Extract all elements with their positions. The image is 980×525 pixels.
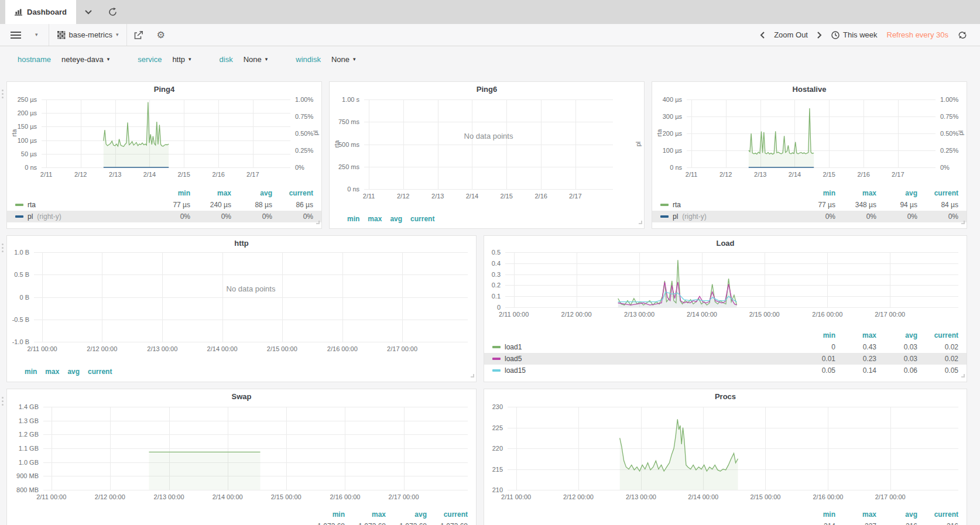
legend-header-current[interactable]: current [917,509,958,520]
legend-value: 0% [231,211,272,222]
variable-service-value[interactable]: http ▾ [172,55,191,64]
legend-header-min[interactable]: min [25,368,37,376]
panel-title-swap[interactable]: Swap [7,392,476,401]
panel-title-ping4[interactable]: Ping4 [7,85,321,94]
time-back-button[interactable] [755,24,769,46]
apps-grid-icon [57,31,66,39]
legend-header-avg[interactable]: avg [231,187,272,199]
legend-header-min[interactable]: min [304,509,345,520]
legend-header-current[interactable]: current [272,187,313,199]
variable-service: service http ▾ [138,55,191,64]
refresh-interval-picker[interactable]: Refresh every 30s [882,24,954,46]
dropdown-caret-icon: ▾ [116,32,119,37]
legend-series-rta[interactable]: rta [660,199,794,211]
legend-header-max[interactable]: max [368,215,382,223]
chart-load[interactable] [505,252,958,307]
legend-header-current[interactable]: current [917,187,958,199]
panel-resize-handle[interactable] [960,370,965,380]
legend-header-min[interactable]: min [347,215,359,223]
legend-header-max[interactable]: max [345,509,386,520]
row-drag-handle[interactable] [2,397,5,406]
chart-ping4[interactable] [42,99,290,167]
tab-bar: Dashboard [0,0,980,24]
chart-hostalive[interactable] [687,99,936,167]
legend-header-row: minmaxavgcurrent [652,187,967,199]
panel-resize-handle[interactable] [470,370,475,380]
variable-disk-value[interactable]: None ▾ [244,55,268,64]
legend-header-current[interactable]: current [410,215,434,223]
share-dashboard-button[interactable] [127,24,150,46]
reload-icon [108,8,117,16]
legend-value: 77 µs [149,199,190,211]
legend-header-avg[interactable]: avg [386,509,427,520]
tab-menu-button[interactable] [76,0,101,24]
x-axis-tick: 2/13 00:00 [139,345,186,352]
legend-header-min[interactable]: min [149,187,190,199]
legend-series-load5[interactable]: load5 [492,353,794,365]
legend-header-current[interactable]: current [88,368,112,376]
panel-title-load[interactable]: Load [484,239,967,248]
variable-windisk-label[interactable]: windisk [296,55,321,64]
legend-header-avg[interactable]: avg [876,187,917,199]
legend-series-load15[interactable]: load15 [492,365,794,376]
legend-header-current[interactable]: current [917,330,958,341]
panel-resize-handle[interactable] [960,217,965,227]
legend-header-current[interactable]: current [427,509,468,520]
dashboard-tab[interactable]: Dashboard [5,0,76,24]
chart-swap[interactable] [43,407,468,490]
tab-reload-button[interactable] [101,0,125,24]
legend-header-min[interactable]: min [794,187,835,199]
row-drag-handle[interactable] [2,90,5,98]
refresh-dashboard-button[interactable] [953,24,972,46]
time-forward-button[interactable] [813,24,827,46]
legend-table: minmaxavgcurrent1,073,681,073,681,073,68… [7,509,476,525]
legend-header-min[interactable]: min [794,509,835,520]
menu-caret-button[interactable]: ▾ [30,24,43,46]
variable-hostname-value[interactable]: neteye-dava ▾ [61,55,109,64]
legend-series-swap[interactable] [15,520,304,525]
panel-title-http[interactable]: http [7,239,476,248]
variable-windisk-value[interactable]: None ▾ [331,55,356,64]
legend-header-min[interactable]: min [794,330,835,341]
panel-resize-handle[interactable] [638,217,643,227]
dashboard-settings-button[interactable]: ⚙ [150,24,170,46]
legend-series-pl[interactable]: pl(right-y) [660,211,794,222]
legend-series-load1[interactable]: load1 [492,341,794,353]
legend-header-max[interactable]: max [835,509,876,520]
legend-series-rta[interactable]: rta [15,199,149,211]
legend-header-max[interactable]: max [45,368,59,376]
variable-disk-label[interactable]: disk [220,55,233,64]
variable-hostname-label[interactable]: hostname [18,55,51,64]
y-axis-tick: 210 [484,486,503,493]
legend-header-avg[interactable]: avg [876,330,917,341]
legend-value: 1,073,68 [304,520,345,525]
legend-value: 227 [835,520,876,525]
legend-series-procs[interactable] [492,520,794,525]
y-axis-right-tick: 0.25% [295,147,313,154]
dashboard-picker[interactable]: base-metrics ▾ [49,24,127,46]
chart-ping6[interactable] [364,99,613,189]
legend-header-avg[interactable]: avg [390,215,402,223]
variable-service-label[interactable]: service [138,55,162,64]
panel-title-procs[interactable]: Procs [484,392,967,401]
legend-value: 0.03 [876,341,917,353]
x-axis-tick: 2/17 [552,193,599,200]
chart-procs[interactable] [508,407,958,490]
legend-header-max[interactable]: max [835,330,876,341]
legend-header-max[interactable]: max [190,187,231,199]
bar-chart-icon [15,9,23,16]
legend-header-max[interactable]: max [835,187,876,199]
legend-header-avg[interactable]: avg [876,509,917,520]
chart-http[interactable] [34,252,468,342]
legend-series-pl[interactable]: pl(right-y) [15,211,149,222]
panel-resize-handle[interactable] [315,217,320,227]
zoom-out-button[interactable]: Zoom Out [769,24,813,46]
legend-value: 214 [794,520,835,525]
panel-title-ping6[interactable]: Ping6 [330,85,644,94]
time-range-picker[interactable]: This week [827,24,882,46]
legend-value: 0.23 [835,353,876,365]
legend-header-avg[interactable]: avg [67,368,80,376]
panel-title-hostalive[interactable]: Hostalive [652,85,967,94]
main-menu-button[interactable] [6,24,26,46]
row-drag-handle[interactable] [2,243,5,252]
